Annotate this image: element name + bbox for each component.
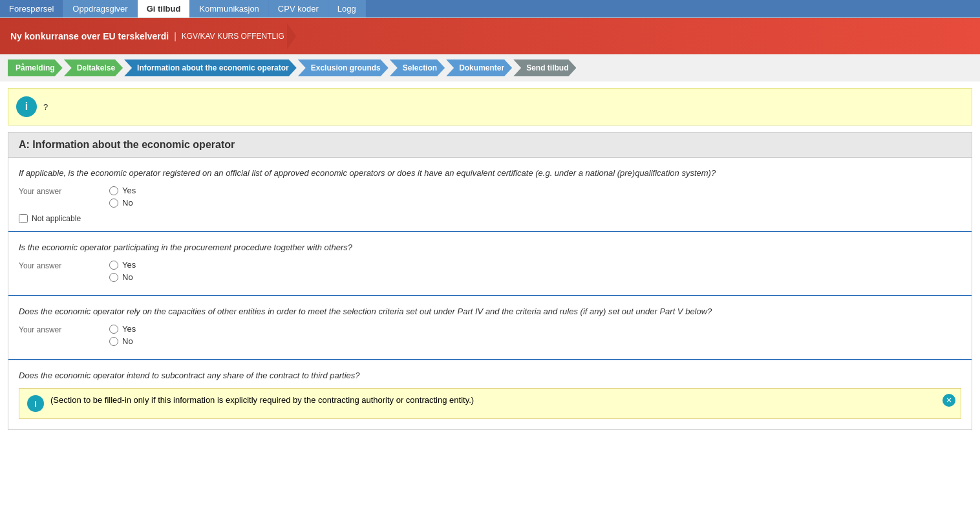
banner-subtitle: KGV/KAV KURS OFFENTLIG	[182, 32, 284, 41]
question-block-4: Does the economic operator intend to sub…	[8, 360, 972, 429]
answer-label-1: Your answer	[19, 186, 109, 196]
question-text-3: Does the economic operator rely on the c…	[19, 307, 961, 316]
radio-yes-1[interactable]: Yes	[109, 186, 136, 195]
info-icon: i	[16, 96, 37, 117]
answer-options-1: Yes No	[109, 186, 136, 210]
radio-no-3[interactable]: No	[109, 336, 136, 346]
radio-label-yes-1: Yes	[122, 186, 136, 195]
radio-input-yes-3[interactable]	[109, 325, 118, 334]
radio-input-no-3[interactable]	[109, 337, 118, 346]
info-text: ?	[43, 102, 48, 112]
info-icon-inline: i	[27, 395, 44, 412]
question-block-1: If applicable, is the economic operator …	[8, 158, 972, 232]
answer-row-3: Your answer Yes No	[19, 324, 961, 349]
step-2[interactable]: Information about the economic operator	[124, 59, 297, 76]
not-applicable-checkbox-1[interactable]	[19, 214, 28, 223]
top-nav-tab-gi-tilbud[interactable]: Gi tilbud	[138, 0, 191, 17]
banner-separator: |	[174, 31, 176, 41]
info-box-inline-4: i (Section to be filled-in only if this …	[19, 388, 961, 419]
step-0[interactable]: Påmelding	[8, 59, 63, 76]
step-6[interactable]: Send tilbud	[513, 59, 576, 76]
top-nav-tab-cpv-koder[interactable]: CPV koder	[269, 0, 328, 17]
not-applicable-row-1[interactable]: Not applicable	[19, 214, 961, 223]
question-text-4: Does the economic operator intend to sub…	[19, 371, 961, 380]
step-3[interactable]: Exclusion grounds	[298, 59, 389, 76]
radio-label-no-2: No	[122, 272, 133, 282]
step-4[interactable]: Selection	[390, 59, 445, 76]
radio-no-2[interactable]: No	[109, 272, 136, 282]
question-text-1: If applicable, is the economic operator …	[19, 168, 961, 178]
answer-options-2: Yes No	[109, 260, 136, 285]
radio-input-yes-1[interactable]	[109, 186, 118, 195]
top-navigation: ForespørselOppdragsgiverGi tilbudKommuni…	[0, 0, 980, 18]
radio-label-yes-3: Yes	[122, 324, 136, 334]
page-banner: Ny konkurranse over EU terskelverdi | KG…	[0, 18, 980, 54]
question-block-2: Is the economic operator participating i…	[8, 232, 972, 296]
radio-label-no-3: No	[122, 336, 133, 346]
radio-label-no-1: No	[122, 198, 133, 208]
radio-label-yes-2: Yes	[122, 260, 136, 270]
not-applicable-label-1: Not applicable	[32, 214, 81, 223]
top-nav-tab-kommunikasjon[interactable]: Kommunikasjon	[190, 0, 269, 17]
answer-label-2: Your answer	[19, 260, 109, 270]
radio-input-yes-2[interactable]	[109, 261, 118, 270]
answer-row-1: Your answer Yes No	[19, 186, 961, 210]
info-box-top: i ?	[8, 88, 972, 125]
close-info-button[interactable]: ✕	[943, 394, 955, 407]
answer-options-3: Yes No	[109, 324, 136, 349]
banner-arrow	[287, 23, 296, 49]
steps-container: PåmeldingDeltakelseInformation about the…	[0, 54, 980, 81]
radio-input-no-2[interactable]	[109, 273, 118, 282]
top-nav-tab-oppdragsgiver[interactable]: Oppdragsgiver	[63, 0, 137, 17]
radio-yes-2[interactable]: Yes	[109, 260, 136, 270]
section-header: A: Information about the economic operat…	[8, 133, 972, 158]
answer-row-2: Your answer Yes No	[19, 260, 961, 285]
question-text-2: Is the economic operator participating i…	[19, 243, 961, 252]
step-1[interactable]: Deltakelse	[64, 59, 123, 76]
step-5[interactable]: Dokumenter	[446, 59, 512, 76]
info-box-inline-text: (Section to be filled-in only if this in…	[50, 395, 474, 405]
question-block-3: Does the economic operator rely on the c…	[8, 296, 972, 360]
radio-no-1[interactable]: No	[109, 198, 136, 208]
top-nav-tab-forespørsel[interactable]: Forespørsel	[0, 0, 63, 17]
main-content: A: Information about the economic operat…	[8, 132, 972, 430]
radio-yes-3[interactable]: Yes	[109, 324, 136, 334]
top-nav-tab-logg[interactable]: Logg	[328, 0, 366, 17]
answer-label-3: Your answer	[19, 324, 109, 334]
banner-title: Ny konkurranse over EU terskelverdi	[10, 31, 169, 41]
radio-input-no-1[interactable]	[109, 199, 118, 208]
